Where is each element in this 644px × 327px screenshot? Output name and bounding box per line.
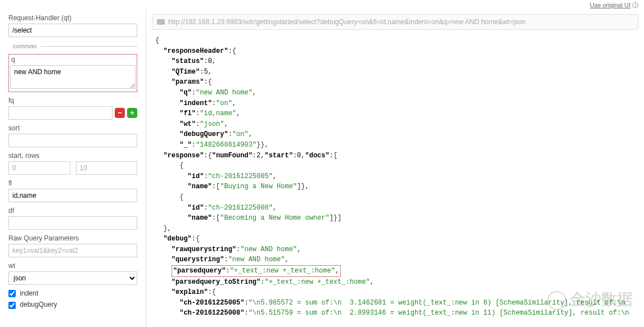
top-link[interactable]: Use original UI ⓘ xyxy=(0,0,644,10)
q-input[interactable] xyxy=(10,65,136,89)
fq-add-button[interactable]: + xyxy=(127,108,137,118)
debugquery-checkbox[interactable] xyxy=(8,302,16,309)
fq-remove-button[interactable]: − xyxy=(115,108,125,118)
indent-label: indent xyxy=(20,289,38,297)
handler-input[interactable] xyxy=(8,24,137,37)
fq-input[interactable] xyxy=(8,106,112,120)
raw-input[interactable] xyxy=(8,244,137,257)
indent-checkbox[interactable] xyxy=(8,290,16,297)
debugquery-label: debugQuery xyxy=(20,301,57,308)
link-icon xyxy=(157,19,165,25)
q-field-highlighted: q xyxy=(8,54,137,92)
handler-label: Request-Handler (qt) xyxy=(8,14,137,22)
raw-label: Raw Query Parameters xyxy=(8,234,137,242)
df-label: df xyxy=(8,207,137,215)
json-response: { "responseHeader":{ "status":0, "QTime"… xyxy=(152,33,638,327)
df-input[interactable] xyxy=(8,216,137,230)
common-legend: common xyxy=(8,43,41,49)
q-label: q xyxy=(9,54,137,63)
fl-input[interactable] xyxy=(8,189,137,202)
sort-label: sort xyxy=(8,124,137,132)
sort-input[interactable] xyxy=(8,134,137,147)
query-form-sidebar: Request-Handler (qt) common q fq − + sor… xyxy=(0,10,146,327)
startrows-label: start, rows xyxy=(8,152,137,160)
wt-select[interactable]: json xyxy=(8,271,137,285)
wt-label: wt xyxy=(8,262,137,270)
response-panel: http://192.168.1.23:8983/solr/gettingsta… xyxy=(146,10,644,327)
rows-input[interactable] xyxy=(76,161,138,175)
fl-label: fl xyxy=(8,179,137,187)
start-input[interactable] xyxy=(8,161,70,175)
fq-label: fq xyxy=(8,97,137,105)
request-url[interactable]: http://192.168.1.23:8983/solr/gettingsta… xyxy=(152,14,638,30)
url-text: http://192.168.1.23:8983/solr/gettingsta… xyxy=(168,18,525,26)
